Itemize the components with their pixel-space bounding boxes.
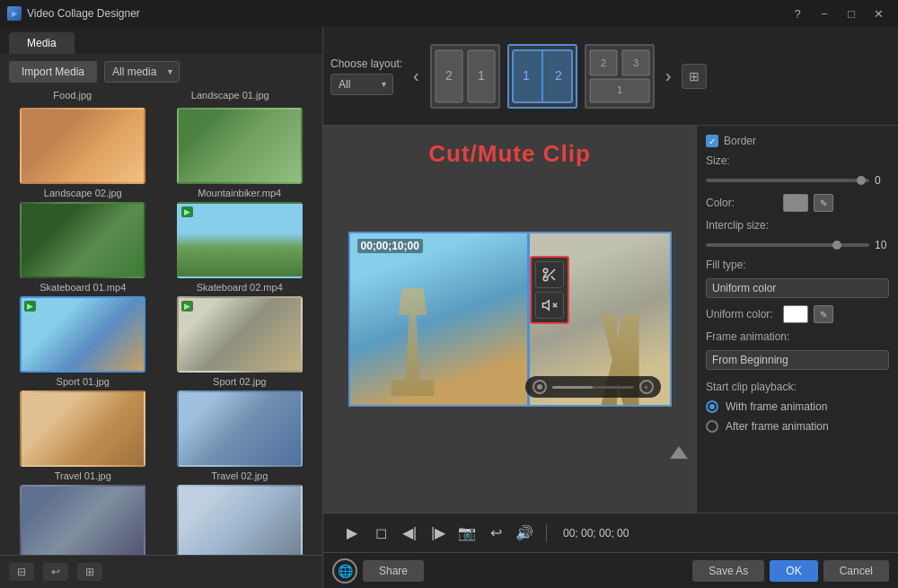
start-clip-label: Start clip playback: [706, 381, 797, 393]
minimize-button[interactable]: − [812, 4, 837, 23]
fill-type-select-row: Uniform color Gradient Image [706, 278, 889, 298]
svg-text:2: 2 [445, 68, 453, 83]
stop-button[interactable]: ◻ [370, 522, 392, 544]
media-thumb-travel01[interactable] [20, 485, 145, 555]
layout-thumb-2[interactable]: 1 2 [507, 44, 577, 109]
border-label: Border [724, 135, 796, 147]
share-button[interactable]: Share [363, 560, 424, 582]
filter-dropdown-wrap: All media Video Photo ▼ [104, 61, 180, 83]
layout-filter-wrap: All 2 panels 3 panels 4 panels ▼ [330, 74, 393, 95]
list-item[interactable]: ▶ [166, 202, 314, 278]
svg-point-15 [543, 276, 548, 281]
layout-filter-dropdown[interactable]: All 2 panels 3 panels 4 panels [330, 74, 393, 95]
title-bar-left: ▶ Video Collage Designer [7, 6, 140, 21]
size-slider[interactable] [706, 179, 869, 182]
left-clip[interactable]: 00;00;10;00 [350, 233, 530, 405]
list-item[interactable] [166, 391, 314, 467]
snapshot-button[interactable]: 📷 [456, 522, 478, 544]
fill-type-row: Fill type: [706, 259, 889, 271]
globe-icon[interactable]: 🌐 [332, 558, 357, 584]
color-edit-button[interactable]: ✎ [814, 194, 833, 212]
media-thumb-skate02[interactable]: ▶ [177, 296, 303, 373]
fill-type-label: Fill type: [706, 259, 778, 271]
media-thumb-food[interactable] [20, 108, 145, 184]
media-thumb-travel02[interactable] [177, 485, 303, 555]
interclip-slider[interactable] [706, 243, 869, 247]
color-row: Color: ✎ [706, 194, 889, 212]
with-frame-radio-row: With frame animation [706, 400, 889, 413]
import-media-button[interactable]: Import Media [9, 61, 97, 83]
filename-landscape02: Landscape 02.jpg [9, 188, 157, 198]
playback-divider [546, 524, 547, 542]
fill-type-select[interactable]: Uniform color Gradient Image [706, 278, 889, 298]
size-value: 0 [875, 174, 889, 187]
tab-media[interactable]: Media [9, 32, 75, 54]
play-button[interactable]: ▶ [341, 522, 363, 544]
layout-thumb-1[interactable]: 2 1 [430, 44, 500, 109]
svg-text:2: 2 [601, 57, 606, 68]
layout-thumb-3[interactable]: 2 3 1 [585, 44, 655, 109]
maximize-button[interactable]: □ [839, 4, 864, 23]
media-thumb-skate01[interactable]: ▶ [20, 296, 145, 373]
media-thumb-landscape02[interactable] [20, 202, 145, 278]
volume-down-btn[interactable] [533, 380, 547, 394]
position-marker [670, 446, 688, 459]
filename-mountainbiker: Mountainbiker.mp4 [166, 188, 314, 198]
split-view-icon[interactable]: ⊞ [77, 563, 102, 581]
list-item[interactable] [9, 485, 157, 555]
after-frame-radio[interactable] [706, 420, 718, 433]
ok-button[interactable]: OK [770, 560, 817, 582]
save-as-button[interactable]: Save As [692, 560, 764, 582]
audio-button[interactable]: 🔊 [514, 522, 535, 544]
clip-slider[interactable] [552, 386, 634, 389]
title-bar: ▶ Video Collage Designer ? − □ ✕ [0, 0, 898, 27]
border-checkbox[interactable]: ✓ [706, 135, 718, 147]
media-thumb-sport01[interactable] [20, 391, 145, 467]
list-item[interactable]: ▶ [9, 296, 157, 373]
next-frame-button[interactable]: |▶ [427, 522, 449, 544]
choose-layout-label: Choose layout: [330, 57, 402, 70]
list-item[interactable] [9, 391, 157, 467]
video-badge: ▶ [181, 206, 193, 217]
layout-thumbnails: 2 1 1 2 [430, 44, 655, 109]
close-button[interactable]: ✕ [866, 4, 891, 23]
list-item[interactable] [166, 108, 314, 184]
frame-anim-select[interactable]: From Beginning From End Loop [706, 350, 889, 370]
video-badge: ▶ [24, 301, 36, 312]
size-row: Size: [706, 154, 889, 167]
filename-skate01: Skateboard 01.mp4 [9, 282, 157, 293]
layout-grid-button[interactable]: ⊞ [682, 64, 707, 89]
video-badge: ▶ [181, 301, 193, 312]
media-thumb-mountain[interactable]: ▶ [177, 202, 303, 278]
uniform-color-edit-button[interactable]: ✎ [814, 305, 833, 323]
loop-button[interactable]: ↩ [485, 522, 506, 544]
layout-next-button[interactable]: › [662, 66, 675, 86]
cancel-button[interactable]: Cancel [823, 560, 889, 582]
svg-text:2: 2 [555, 68, 562, 83]
interclip-label: Interclip size: [706, 219, 778, 232]
color-swatch[interactable] [783, 194, 808, 212]
grid-view-icon[interactable]: ⊟ [9, 563, 34, 581]
mute-button[interactable] [535, 292, 564, 319]
list-item[interactable] [9, 202, 157, 278]
volume-up-btn[interactable]: + [639, 380, 654, 394]
list-item[interactable]: ▶ [166, 296, 314, 373]
filter-dropdown[interactable]: All media Video Photo [104, 61, 180, 83]
media-thumb-sport02[interactable] [177, 391, 303, 467]
uniform-color-swatch[interactable] [783, 305, 808, 323]
filename-landscape01: Landscape 01.jpg [191, 90, 269, 101]
right-panel: Choose layout: All 2 panels 3 panels 4 p… [323, 27, 898, 588]
list-item[interactable] [166, 485, 314, 555]
interclip-slider-thumb [832, 241, 841, 250]
undo-icon[interactable]: ↩ [43, 563, 68, 581]
with-frame-radio[interactable] [706, 400, 718, 413]
help-button[interactable]: ? [785, 4, 810, 23]
cut-button[interactable] [535, 261, 564, 288]
layout-prev-button[interactable]: ‹ [409, 66, 423, 86]
clip-controls: + [525, 376, 661, 398]
list-item[interactable] [9, 108, 157, 184]
prev-frame-button[interactable]: ◀| [399, 522, 420, 544]
after-frame-label: After frame animation [726, 420, 829, 433]
filename-sport01: Sport 01.jpg [9, 376, 157, 387]
media-thumb-landscape01[interactable] [177, 108, 303, 184]
